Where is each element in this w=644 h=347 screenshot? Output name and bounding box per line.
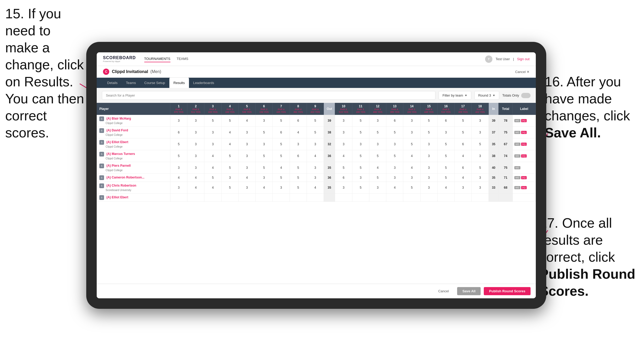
hole-18-score[interactable]: 3 [472,174,488,182]
save-all-button[interactable]: Save All [457,287,481,295]
hole-17-score[interactable]: 6 [455,162,472,174]
hole-3-score[interactable]: 5 [204,174,221,182]
hole-9-score[interactable]: 4 [307,150,324,162]
filter-team-dropdown[interactable]: Filter by team ▼ [439,91,471,100]
hole-10-score[interactable]: 3 [335,127,352,138]
nav-signout[interactable]: Sign out [517,57,530,61]
hole-13-score[interactable]: 5 [386,127,403,138]
hole-5-score[interactable]: 3 [238,182,255,194]
tab-details[interactable]: Details [103,78,122,88]
dq-badge[interactable]: DQ [521,119,527,122]
hole-17-score[interactable]: 3 [455,182,472,194]
round-dropdown[interactable]: Round 3 ▼ [474,91,499,100]
wd-badge[interactable]: WD [514,131,520,134]
hole-6-score[interactable]: 5 [256,127,273,138]
hole-4-score[interactable]: 4 [221,127,238,138]
hole-9-score[interactable] [307,194,324,202]
publish-round-scores-button[interactable]: Publish Round Scores [484,287,531,295]
hole-1-score[interactable]: 3 [170,182,187,194]
tab-teams[interactable]: Teams [122,78,140,88]
hole-3-score[interactable]: 4 [204,182,221,194]
hole-2-score[interactable]: 4 [187,174,204,182]
tab-results[interactable]: Results [169,78,189,88]
hole-8-score[interactable]: 4 [290,127,307,138]
hole-9-score[interactable]: 4 [307,182,324,194]
hole-15-score[interactable]: 3 [420,150,437,162]
hole-2-score[interactable]: 3 [187,162,204,174]
hole-12-score[interactable]: 5 [369,174,386,182]
hole-6-score[interactable]: 3 [256,174,273,182]
hole-1-score[interactable] [170,194,187,202]
nav-tournaments[interactable]: TOURNAMENTS [144,56,170,62]
hole-5-score[interactable]: 3 [238,127,255,138]
hole-12-score[interactable]: 4 [369,162,386,174]
hole-3-score[interactable]: 4 [204,150,221,162]
hole-4-score[interactable]: 5 [221,162,238,174]
hole-5-score[interactable] [238,194,255,202]
hole-3-score[interactable]: 4 [204,162,221,174]
hole-10-score[interactable]: 3 [335,138,352,150]
hole-16-score[interactable]: 6 [438,115,455,127]
hole-9-score[interactable]: 3 [307,138,324,150]
hole-8-score[interactable]: 6 [290,150,307,162]
hole-14-score[interactable]: 4 [403,150,420,162]
hole-11-score[interactable]: 5 [352,162,369,174]
hole-1-score[interactable]: 3 [170,162,187,174]
hole-6-score[interactable]: 5 [256,150,273,162]
hole-8-score[interactable]: 5 [290,162,307,174]
wd-badge[interactable]: WD [514,119,520,122]
hole-16-score[interactable]: 5 [438,150,455,162]
wd-badge[interactable]: WD [514,186,520,189]
hole-8-score[interactable] [290,194,307,202]
hole-13-score[interactable]: 3 [386,138,403,150]
hole-11-score[interactable]: 3 [352,138,369,150]
hole-9-score[interactable]: 5 [307,115,324,127]
hole-4-score[interactable]: 5 [221,150,238,162]
hole-10-score[interactable] [335,194,352,202]
hole-8-score[interactable]: 5 [290,174,307,182]
hole-5-score[interactable]: 4 [238,174,255,182]
hole-14-score[interactable]: 5 [403,182,420,194]
hole-6-score[interactable]: 3 [256,115,273,127]
hole-11-score[interactable]: 5 [352,127,369,138]
hole-5-score[interactable]: 3 [238,138,255,150]
hole-10-score[interactable]: 3 [335,182,352,194]
hole-5-score[interactable]: 3 [238,162,255,174]
search-input[interactable] [102,91,435,100]
hole-1-score[interactable]: 5 [170,150,187,162]
hole-2-score[interactable]: 3 [187,138,204,150]
hole-16-score[interactable]: 3 [438,127,455,138]
wd-badge[interactable]: WD [514,176,520,179]
hole-3-score[interactable]: 3 [204,138,221,150]
hole-5-score[interactable]: 3 [238,150,255,162]
hole-7-score[interactable] [273,194,290,202]
hole-17-score[interactable] [455,194,472,202]
hole-12-score[interactable]: 5 [369,127,386,138]
hole-10-score[interactable]: 5 [335,162,352,174]
hole-15-score[interactable]: 3 [420,174,437,182]
hole-7-score[interactable]: 6 [273,127,290,138]
hole-11-score[interactable]: 5 [352,115,369,127]
hole-15-score[interactable]: 5 [420,127,437,138]
hole-6-score[interactable]: 5 [256,162,273,174]
hole-12-score[interactable]: 3 [369,115,386,127]
hole-4-score[interactable]: 4 [221,138,238,150]
hole-16-score[interactable] [438,194,455,202]
hole-3-score[interactable]: 5 [204,115,221,127]
hole-11-score[interactable]: 3 [352,174,369,182]
hole-11-score[interactable]: 5 [352,150,369,162]
hole-1-score[interactable]: 6 [170,127,187,138]
hole-17-score[interactable]: 5 [455,127,472,138]
tab-course-setup[interactable]: Course Setup [140,78,169,88]
hole-9-score[interactable]: 3 [307,162,324,174]
hole-12-score[interactable] [369,194,386,202]
wd-badge[interactable]: WD [514,154,520,158]
hole-16-score[interactable]: 4 [438,182,455,194]
hole-18-score[interactable]: 3 [472,182,488,194]
cancel-action-button[interactable]: Cancel [433,287,454,295]
hole-18-score[interactable]: 3 [472,115,488,127]
dq-badge[interactable]: DQ [521,154,527,158]
hole-9-score[interactable]: 5 [307,127,324,138]
hole-13-score[interactable]: 3 [386,174,403,182]
hole-7-score[interactable]: 5 [273,174,290,182]
